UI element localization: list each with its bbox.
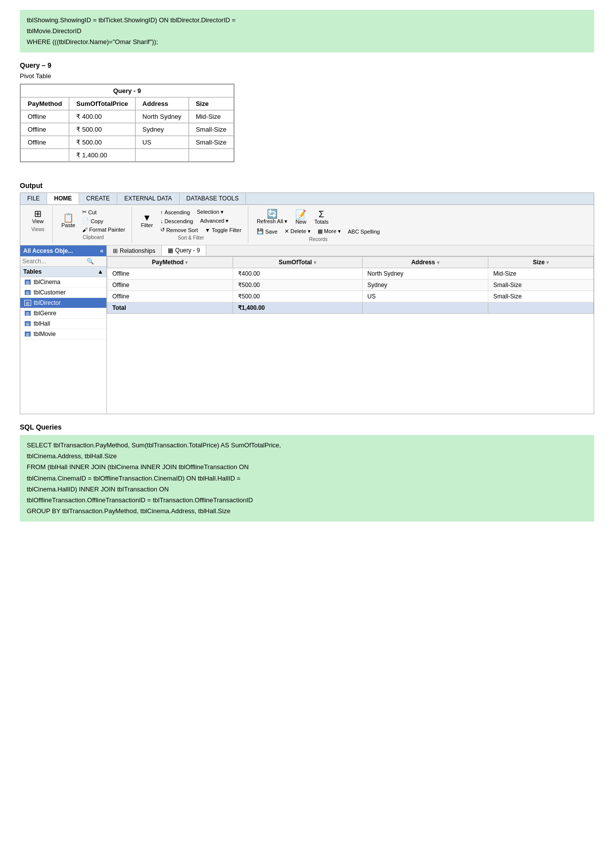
query-footer-value: ₹1,400.00 [233,302,362,314]
nav-item-tblhall[interactable]: ⊞tblHall [20,319,106,329]
pivot-table-title: Query - 9 [21,85,234,97]
format-painter-icon: 🖌 [82,227,88,233]
paste-icon: 📋 [63,213,74,222]
tab-external-data[interactable]: EXTERNAL DATA [117,193,179,204]
nav-item-label: tblGenre [34,310,56,317]
nav-item-tblmovie[interactable]: ⊞tblMovie [20,329,106,339]
query-col-paymethod[interactable]: PayMethod ▾ [107,257,233,268]
query-col-sumoftotal[interactable]: SumOfTotal ▾ [233,257,362,268]
pivot-cell: Sydney [135,123,189,136]
refresh-label: Refresh All ▾ [257,218,287,225]
toggle-filter-icon: ▼ [205,227,210,233]
table-icon: ⊞ [24,279,31,285]
totals-button[interactable]: Σ Totals [312,208,331,226]
query-footer-empty2 [488,302,594,314]
nav-item-label: tblMovie [34,331,56,338]
tab-database-tools[interactable]: DATABASE TOOLS [180,193,246,204]
pivot-cell: Mid-Size [189,110,234,123]
nav-item-label: tblDirector [34,299,61,306]
ribbon-group-records: 🔄 Refresh All ▾ 📝 New Σ Totals 💾 [250,207,386,243]
tab-query-9[interactable]: ▦ Query - 9 [162,245,206,256]
query-footer-empty1 [362,302,488,314]
cut-label: Cut [88,209,96,215]
advanced-label: Advanced ▾ [200,218,229,224]
table-icon: ⊞ [24,321,31,327]
cut-icon: ✂ [82,209,87,215]
views-label: Views [31,227,45,232]
pivot-col-address: Address [135,97,189,110]
descending-icon: ↓ [160,218,163,224]
nav-item-tblcustomer[interactable]: ⊞tblCustomer [20,288,106,298]
refresh-all-button[interactable]: 🔄 Refresh All ▾ [254,208,290,226]
pivot-table-wrapper: Query - 9 PayMethod SumOfTotalPrice Addr… [20,84,235,162]
query-cell: Mid-Size [488,268,594,280]
ascending-icon: ↑ [160,209,163,215]
nav-pane-header: All Access Obje... « [20,245,106,256]
remove-sort-icon: ↺ [160,227,165,233]
view-button[interactable]: ⊞ View [29,208,47,226]
pivot-cell: Offline [21,123,69,136]
nav-item-label: tblCustomer [34,289,66,296]
tab-relationships[interactable]: ⊞ Relationships [107,245,162,256]
delete-button[interactable]: ✕ Delete ▾ [282,227,313,236]
search-input[interactable] [22,258,87,265]
save-label: Save [265,229,278,235]
tab-file[interactable]: FILE [20,193,47,204]
nav-item-tblcinema[interactable]: ⊞tblCinema [20,277,106,288]
spelling-label: Spelling [361,229,380,235]
filter-button[interactable]: ▼ Filter [138,212,156,230]
table-icon: ⊞ [24,310,31,316]
remove-sort-button[interactable]: ↺ Remove Sort [158,226,200,234]
save-button[interactable]: 💾 Save [254,227,280,236]
tables-chevron-icon[interactable]: ▲ [97,268,103,275]
nav-item-tblgenre[interactable]: ⊞tblGenre [20,308,106,319]
query-content: ⊞ Relationships ▦ Query - 9 PayMethod ▾S… [107,245,594,414]
top-sql-line-1: tblShowing.ShowingID = tblTicket.Showing… [27,16,236,24]
descending-button[interactable]: ↓ Descending [158,217,196,225]
sort-row-1: ↑ Ascending Selection ▾ [158,208,244,216]
sort-row-3: ↺ Remove Sort ▼ Toggle Filter [158,226,244,234]
paste-button[interactable]: 📋 Paste [59,212,78,230]
output-label: Output [20,182,594,190]
views-content: ⊞ View [29,208,47,226]
advanced-button[interactable]: Advanced ▾ [197,217,231,225]
new-button[interactable]: 📝 New [292,208,310,226]
nav-item-tbldirector[interactable]: ⊞tblDirector [20,298,106,308]
format-painter-button[interactable]: 🖌 Format Painter [80,226,128,234]
pivot-cell: US [135,136,189,149]
view-icon: ⊞ [34,209,42,218]
selection-button[interactable]: Selection ▾ [194,208,226,216]
query-cell: ₹500.00 [233,280,362,291]
pivot-table-heading: Pivot Table [20,72,594,80]
totals-icon: Σ [319,210,324,219]
table-row: Offline₹400.00North SydneyMid-Size [107,268,594,280]
tab-home[interactable]: HOME [47,193,79,204]
col-arrow: ▾ [546,260,549,265]
pivot-col-paymethod: PayMethod [21,97,69,110]
bottom-sql-block: SELECT tblTransaction.PayMethod, Sum(tbl… [20,435,594,522]
cut-button[interactable]: ✂ Cut [80,208,128,216]
tab-create[interactable]: CREATE [79,193,117,204]
toggle-filter-button[interactable]: ▼ Toggle Filter [202,226,244,234]
refresh-icon: 🔄 [267,209,278,218]
records-label: Records [309,237,328,242]
query-footer-label: Total [107,302,233,314]
ascending-button[interactable]: ↑ Ascending [158,208,192,216]
selection-label: Selection ▾ [197,209,224,215]
query-cell: Offline [107,291,233,302]
nav-pane-collapse-icon[interactable]: « [100,247,103,254]
copy-button[interactable]: 📄 Copy [80,217,128,225]
more-button[interactable]: ▦ More ▾ [315,227,343,236]
top-sql-line-2: tblMovie.DirectorID [27,27,82,35]
query-cell: Sydney [362,280,488,291]
view-label: View [32,218,44,224]
query-col-address[interactable]: Address ▾ [362,257,488,268]
query-cell: Offline [107,268,233,280]
query9-heading: Query – 9 [20,61,594,69]
pivot-cell: Offline [21,136,69,149]
bottom-sql-line-0: SELECT tblTransaction.PayMethod, Sum(tbl… [27,441,281,449]
query-tabs-bar: ⊞ Relationships ▦ Query - 9 [107,245,594,256]
query-col-size[interactable]: Size ▾ [488,257,594,268]
spelling-button[interactable]: ABC Spelling [345,228,382,236]
toggle-filter-label: Toggle Filter [212,227,241,233]
